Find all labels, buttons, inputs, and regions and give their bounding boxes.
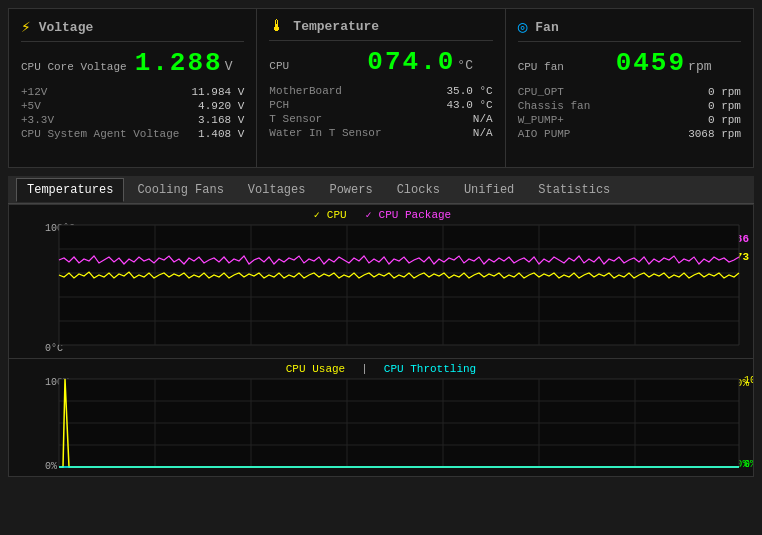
legend-cpu-throttling: CPU Throttling [384,363,476,375]
voltage-main-label: CPU Core Voltage [21,61,127,73]
fan-main-value: 0459 [616,48,686,78]
temp-sub-2: T Sensor N/A [269,113,492,125]
cpu-usage-chart: CPU Usage | CPU Throttling 100% 0% 100% … [8,359,754,477]
fan-main-reading: CPU fan 0459 rpm [518,48,741,78]
fan-sub-2: W_PUMP+ 0 rpm [518,114,741,126]
tabs-bar: Temperatures Cooling Fans Voltages Power… [8,176,754,204]
voltage-sub-readings: +12V 11.984 V +5V 4.920 V +3.3V 3.168 V … [21,86,244,140]
voltage-title: Voltage [39,20,94,35]
temperature-title: Temperature [293,19,379,34]
legend-cpu-usage: CPU Usage [286,363,345,375]
temperature-main-label: CPU [269,60,359,72]
temperature-chart: ✓ CPU ✓ CPU Package 100°C 0°C 86 73 [8,204,754,359]
voltage-section: ⚡ Voltage CPU Core Voltage 1.288 V +12V … [9,9,257,167]
charts-area: ✓ CPU ✓ CPU Package 100°C 0°C 86 73 [8,204,754,477]
temperature-main-value: 074.0 [367,47,455,77]
temp-sub-1: PCH 43.0 °C [269,99,492,111]
tab-statistics[interactable]: Statistics [527,178,621,202]
voltage-sub-0: +12V 11.984 V [21,86,244,98]
temperature-main-reading: CPU 074.0 °C [269,47,492,77]
voltage-icon: ⚡ [21,17,31,37]
fan-sub-1: Chassis fan 0 rpm [518,100,741,112]
temperature-section: 🌡 Temperature CPU 074.0 °C MotherBoard 3… [257,9,505,167]
voltage-sub-3: CPU System Agent Voltage 1.408 V [21,128,244,140]
usage-chart-legend: CPU Usage | CPU Throttling [286,363,476,375]
tab-voltages[interactable]: Voltages [237,178,317,202]
svg-text:100%: 100% [744,375,753,386]
tab-clocks[interactable]: Clocks [386,178,451,202]
cpu-usage-legend-label: CPU Usage [286,363,345,375]
temperature-header: 🌡 Temperature [269,17,492,41]
top-panel: ⚡ Voltage CPU Core Voltage 1.288 V +12V … [8,8,754,168]
voltage-header: ⚡ Voltage [21,17,244,42]
voltage-main-value: 1.288 [135,48,223,78]
voltage-sub-1: +5V 4.920 V [21,100,244,112]
fan-sub-readings: CPU_OPT 0 rpm Chassis fan 0 rpm W_PUMP+ … [518,86,741,140]
fan-icon: ◎ [518,17,528,37]
voltage-main-reading: CPU Core Voltage 1.288 V [21,48,244,78]
temperature-main-unit: °C [457,58,473,73]
cpu-package-check-icon: ✓ [363,210,375,220]
cpu-package-legend-label: CPU Package [379,209,452,221]
cpu-check-icon: ✓ [311,210,323,220]
legend-cpu-package: ✓ CPU Package [363,209,452,221]
temp-sub-3: Water In T Sensor N/A [269,127,492,139]
svg-text:0%: 0% [744,459,753,470]
fan-main-label: CPU fan [518,61,608,73]
temp-chart-svg [9,205,753,358]
cpu-legend-label: CPU [327,209,347,221]
legend-cpu: ✓ CPU [311,209,347,221]
voltage-main-unit: V [225,59,233,74]
temp-sub-0: MotherBoard 35.0 °C [269,85,492,97]
fan-header: ◎ Fan [518,17,741,42]
voltage-sub-2: +3.3V 3.168 V [21,114,244,126]
fan-section: ◎ Fan CPU fan 0459 rpm CPU_OPT 0 rpm Cha… [506,9,753,167]
tab-powers[interactable]: Powers [318,178,383,202]
cpu-throttling-legend-label: CPU Throttling [384,363,476,375]
svg-rect-0 [59,225,739,345]
fan-sub-0: CPU_OPT 0 rpm [518,86,741,98]
tab-unified[interactable]: Unified [453,178,525,202]
tab-cooling-fans[interactable]: Cooling Fans [126,178,234,202]
fan-main-unit: rpm [688,59,711,74]
fan-sub-3: AIO PUMP 3068 rpm [518,128,741,140]
fan-title: Fan [535,20,558,35]
usage-chart-svg: 100% 0% [9,359,753,476]
tab-temperatures[interactable]: Temperatures [16,178,124,202]
temperature-sub-readings: MotherBoard 35.0 °C PCH 43.0 °C T Sensor… [269,85,492,139]
temperature-icon: 🌡 [269,17,285,36]
temp-chart-legend: ✓ CPU ✓ CPU Package [311,209,451,221]
